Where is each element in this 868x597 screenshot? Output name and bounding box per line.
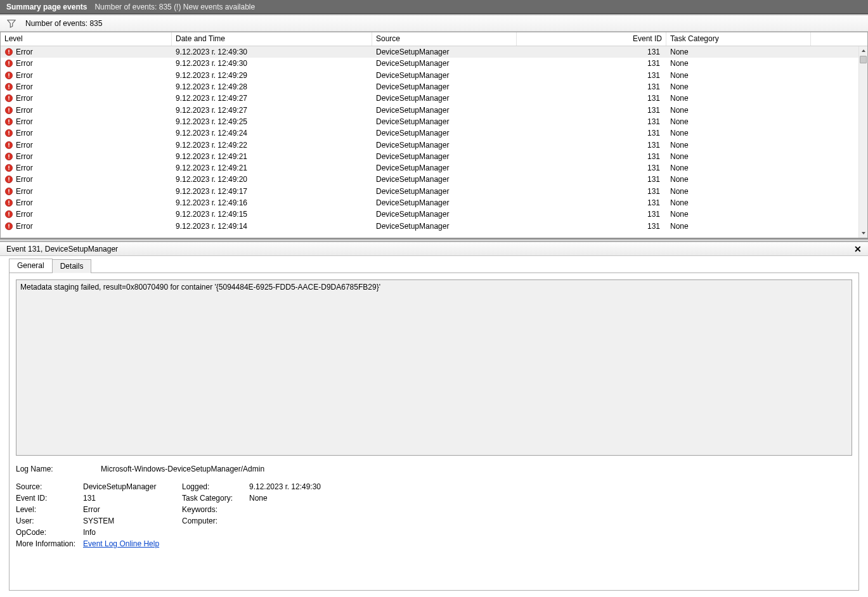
grid-rows: Error9.12.2023 г. 12:49:30DeviceSetupMan… — [1, 46, 858, 238]
error-icon — [4, 71, 13, 80]
col-header-eventid[interactable]: Event ID — [517, 32, 666, 46]
cell-date: 9.12.2023 г. 12:49:21 — [172, 152, 372, 161]
svg-rect-23 — [8, 134, 9, 135]
source-label: Source: — [16, 482, 79, 491]
table-row[interactable]: Error9.12.2023 г. 12:49:24DeviceSetupMan… — [1, 127, 858, 139]
table-row[interactable]: Error9.12.2023 г. 12:49:28DeviceSetupMan… — [1, 81, 858, 93]
taskcat-value: None — [249, 494, 414, 503]
table-row[interactable]: Error9.12.2023 г. 12:49:30DeviceSetupMan… — [1, 46, 858, 58]
cell-level-text: Error — [16, 152, 33, 161]
logname-label: Log Name: — [16, 465, 79, 473]
cell-eventid: 131 — [517, 222, 666, 231]
table-row[interactable]: Error9.12.2023 г. 12:49:25DeviceSetupMan… — [1, 116, 858, 127]
cell-level: Error — [1, 59, 172, 68]
table-row[interactable]: Error9.12.2023 г. 12:49:15DeviceSetupMan… — [1, 209, 858, 220]
cell-eventid: 131 — [517, 106, 666, 115]
table-row[interactable]: Error9.12.2023 г. 12:49:20DeviceSetupMan… — [1, 174, 858, 185]
svg-rect-11 — [8, 88, 9, 89]
svg-rect-7 — [8, 73, 9, 75]
col-header-date[interactable]: Date and Time — [172, 32, 372, 46]
table-row[interactable]: Error9.12.2023 г. 12:49:29DeviceSetupMan… — [1, 70, 858, 81]
cell-task: None — [666, 48, 811, 56]
filter-icon[interactable] — [6, 18, 16, 29]
svg-rect-34 — [8, 177, 9, 180]
svg-rect-32 — [8, 169, 9, 170]
svg-rect-28 — [8, 154, 9, 157]
cell-level-text: Error — [16, 210, 33, 219]
cell-eventid: 131 — [517, 82, 666, 91]
taskcat-label: Task Category: — [182, 494, 245, 503]
svg-rect-43 — [8, 212, 9, 215]
scroll-down-button[interactable] — [859, 229, 867, 238]
cell-level: Error — [1, 94, 172, 103]
table-row[interactable]: Error9.12.2023 г. 12:49:27DeviceSetupMan… — [1, 93, 858, 104]
svg-rect-16 — [8, 108, 9, 110]
scroll-up-button[interactable] — [859, 46, 867, 55]
table-row[interactable]: Error9.12.2023 г. 12:49:21DeviceSetupMan… — [1, 162, 858, 174]
cell-level: Error — [1, 117, 172, 126]
svg-rect-41 — [8, 204, 9, 205]
close-detail-button[interactable]: ✕ — [854, 244, 862, 254]
scroll-thumb[interactable] — [860, 56, 867, 63]
detail-title: Event 131, DeviceSetupManager — [6, 245, 118, 254]
cell-level-text: Error — [16, 129, 33, 138]
col-header-task[interactable]: Task Category — [666, 32, 811, 46]
cell-level-text: Error — [16, 82, 33, 91]
eventid-label: Event ID: — [16, 494, 79, 503]
cell-level-text: Error — [16, 106, 33, 115]
svg-rect-25 — [8, 143, 9, 145]
cell-task: None — [666, 129, 811, 138]
svg-rect-37 — [8, 189, 9, 191]
vertical-scrollbar[interactable] — [858, 46, 867, 238]
cell-eventid: 131 — [517, 141, 666, 150]
filter-bar: Number of events: 835 — [0, 14, 868, 32]
cell-eventid: 131 — [517, 175, 666, 184]
cell-source: DeviceSetupManager — [372, 164, 517, 172]
cell-eventid: 131 — [517, 210, 666, 219]
cell-level: Error — [1, 141, 172, 150]
error-icon — [4, 141, 13, 150]
cell-level-text: Error — [16, 48, 33, 56]
cell-task: None — [666, 59, 811, 68]
table-row[interactable]: Error9.12.2023 г. 12:49:14DeviceSetupMan… — [1, 220, 858, 231]
table-row[interactable]: Error9.12.2023 г. 12:49:16DeviceSetupMan… — [1, 197, 858, 209]
cell-date: 9.12.2023 г. 12:49:20 — [172, 175, 372, 184]
table-row[interactable]: Error9.12.2023 г. 12:49:17DeviceSetupMan… — [1, 186, 858, 197]
table-row[interactable]: Error9.12.2023 г. 12:49:21DeviceSetupMan… — [1, 151, 858, 162]
moreinfo-link[interactable]: Event Log Online Help — [83, 539, 178, 548]
cell-task: None — [666, 82, 811, 91]
svg-rect-14 — [8, 100, 9, 100]
cell-eventid: 131 — [517, 129, 666, 138]
cell-source: DeviceSetupManager — [372, 141, 517, 150]
logged-value: 9.12.2023 г. 12:49:30 — [249, 482, 414, 491]
tab-details[interactable]: Details — [52, 259, 92, 273]
summary-topbar: Summary page events Number of events: 83… — [0, 0, 868, 14]
scroll-track[interactable] — [859, 64, 867, 229]
col-header-source[interactable]: Source — [372, 32, 517, 46]
cell-task: None — [666, 152, 811, 161]
cell-level: Error — [1, 222, 172, 231]
table-row[interactable]: Error9.12.2023 г. 12:49:22DeviceSetupMan… — [1, 139, 858, 150]
cell-eventid: 131 — [517, 94, 666, 103]
cell-task: None — [666, 71, 811, 80]
cell-task: None — [666, 222, 811, 231]
logname-value: Microsoft-Windows-DeviceSetupManager/Adm… — [101, 465, 264, 473]
cell-level-text: Error — [16, 59, 33, 68]
cell-level-text: Error — [16, 187, 33, 196]
table-row[interactable]: Error9.12.2023 г. 12:49:27DeviceSetupMan… — [1, 104, 858, 115]
events-grid: Level Date and Time Source Event ID Task… — [0, 32, 868, 238]
svg-rect-35 — [8, 181, 9, 181]
cell-level: Error — [1, 198, 172, 207]
cell-task: None — [666, 187, 811, 196]
cell-level-text: Error — [16, 117, 33, 126]
col-header-level[interactable]: Level — [1, 32, 172, 46]
table-row[interactable]: Error9.12.2023 г. 12:49:30DeviceSetupMan… — [1, 58, 858, 69]
computer-label: Computer: — [182, 517, 245, 525]
detail-pane-header: Event 131, DeviceSetupManager ✕ — [0, 242, 868, 256]
tab-general[interactable]: General — [9, 259, 53, 273]
event-message-box: Metadata staging failed, result=0x800704… — [16, 279, 852, 456]
user-value: SYSTEM — [83, 517, 178, 525]
svg-rect-8 — [8, 76, 9, 77]
cell-date: 9.12.2023 г. 12:49:30 — [172, 59, 372, 68]
source-value: DeviceSetupManager — [83, 482, 178, 491]
